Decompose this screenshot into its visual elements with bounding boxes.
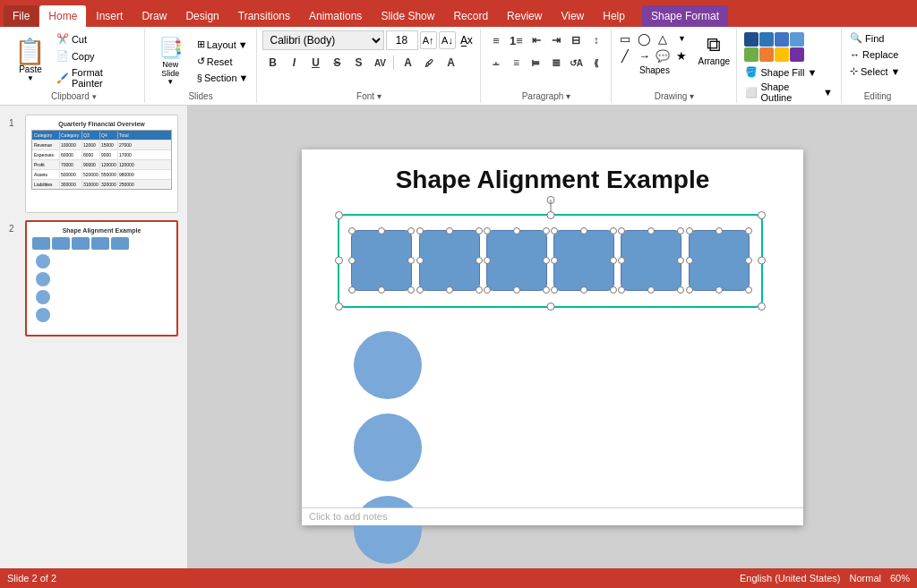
tab-slideshow[interactable]: Slide Show <box>372 5 443 27</box>
tab-draw[interactable]: Draw <box>133 5 176 27</box>
qs-item-5[interactable] <box>744 47 758 62</box>
shape-callout-btn[interactable]: 💬 <box>655 47 671 64</box>
find-button[interactable]: 🔍 Find <box>847 30 908 46</box>
handle-br[interactable] <box>758 303 766 311</box>
smartart-button[interactable]: ⟪ <box>587 53 605 72</box>
rect-1[interactable] <box>351 230 412 291</box>
cut-button[interactable]: ✂️ Cut <box>54 31 137 47</box>
shape-more-btn[interactable]: ▼ <box>673 30 690 47</box>
clear-formatting-button[interactable]: A̲x <box>458 31 475 49</box>
slide-2-thumb[interactable]: Shape Alignment Example <box>25 220 178 337</box>
tab-home[interactable]: Home <box>39 5 86 27</box>
shape-rect-btn[interactable]: ▭ <box>617 30 633 47</box>
tab-transitions[interactable]: Transitions <box>229 5 299 27</box>
handle-tr[interactable] <box>758 211 766 219</box>
slide-canvas[interactable]: Shape Alignment Example <box>302 149 803 525</box>
tab-record[interactable]: Record <box>444 5 497 27</box>
handle-mr[interactable] <box>758 257 766 265</box>
qs-item-2[interactable] <box>759 32 774 47</box>
shape-oval-btn[interactable]: ◯ <box>636 30 652 47</box>
tab-insert[interactable]: Insert <box>87 5 132 27</box>
numbering-button[interactable]: 1≡ <box>507 30 526 50</box>
rect-5[interactable] <box>621 230 681 291</box>
shape-fill-button[interactable]: 🪣 Shape Fill ▼ <box>742 65 836 79</box>
bullets-button[interactable]: ≡ <box>486 30 505 50</box>
qs-item-3[interactable] <box>775 32 789 47</box>
handle-tl[interactable] <box>335 211 343 219</box>
arrange-btn[interactable]: ⧉ Arrange <box>695 30 733 69</box>
quick-styles-grid <box>742 30 836 64</box>
circle-a[interactable] <box>354 331 422 399</box>
replace-button[interactable]: ↔ Replace <box>847 47 908 62</box>
shape-arrow-btn[interactable]: → <box>636 47 652 64</box>
text-direction-button[interactable]: ↺A <box>567 53 586 72</box>
tab-help[interactable]: Help <box>594 5 634 27</box>
ribbon: 📋 Paste ▼ ✂️ Cut 📄 Copy 🖌️ Format Painte… <box>0 27 917 106</box>
font-color-button[interactable]: A <box>398 53 417 72</box>
paste-button[interactable]: 📋 Paste ▼ <box>11 37 50 85</box>
highlight-button[interactable]: 🖊 <box>419 53 439 72</box>
increase-indent-button[interactable]: ⇥ <box>546 30 565 50</box>
qs-item-6[interactable] <box>759 47 774 62</box>
slide-1-number: 1 <box>9 118 14 128</box>
shape-line-btn[interactable]: ╱ <box>617 47 633 64</box>
shape-outline-button[interactable]: ⬜ Shape Outline ▼ <box>742 81 836 104</box>
section-button[interactable]: § Section ▼ <box>194 71 252 85</box>
layout-button[interactable]: ⊞ Layout ▼ <box>194 37 252 52</box>
qs-item-4[interactable] <box>790 32 804 47</box>
char-spacing-button[interactable]: AV <box>370 53 390 72</box>
tab-file[interactable]: File <box>4 5 39 27</box>
slide-1-thumb[interactable]: Quarterly Financial Overview Category Ca… <box>25 115 178 213</box>
tab-view[interactable]: View <box>552 5 593 27</box>
view-normal: Normal <box>850 573 881 584</box>
new-slide-button[interactable]: 📑 New Slide ▼ <box>150 34 191 89</box>
format-painter-button[interactable]: 🖌️ Format Painter <box>54 65 137 90</box>
tab-animations[interactable]: Animations <box>300 5 371 27</box>
underline-button[interactable]: U <box>305 53 325 72</box>
tab-review[interactable]: Review <box>498 5 551 27</box>
shadow-button[interactable]: S <box>348 53 368 72</box>
select-button[interactable]: ⊹ Select ▼ <box>847 64 908 79</box>
reset-button[interactable]: ↺ Reset <box>194 54 252 69</box>
decrease-font-button[interactable]: A↓ <box>439 31 456 49</box>
rect-6[interactable] <box>689 230 750 291</box>
qs-item-1[interactable] <box>744 32 758 47</box>
shape-triangle-btn[interactable]: △ <box>655 30 671 47</box>
align-right-button[interactable]: ⫢ <box>527 53 545 72</box>
align-left-button[interactable]: ⫠ <box>486 53 505 72</box>
circle-c[interactable] <box>354 496 422 564</box>
rect-2[interactable] <box>419 230 480 291</box>
rect-4[interactable] <box>553 230 614 291</box>
shape-selection-group[interactable] <box>338 214 763 308</box>
copy-button[interactable]: 📄 Copy <box>54 48 137 64</box>
qs-item-8[interactable] <box>790 47 804 62</box>
align-center-button[interactable]: ≡ <box>507 53 526 72</box>
editing-group: 🔍 Find ↔ Replace ⊹ Select ▼ Editing <box>842 29 913 103</box>
line-spacing-button[interactable]: ↕ <box>587 30 605 50</box>
align-justify-button[interactable]: ≣ <box>546 53 565 72</box>
rect-3[interactable] <box>486 230 547 291</box>
handle-bc[interactable] <box>546 303 554 311</box>
handle-ml[interactable] <box>335 257 343 265</box>
bold-button[interactable]: B <box>262 53 282 72</box>
handle-tc[interactable] <box>546 211 554 219</box>
font-color-btn2[interactable]: A <box>441 53 460 72</box>
paragraph-group: ≡ 1≡ ⇤ ⇥ ⊟ ↕ ⫠ ≡ ⫢ ≣ ↺A ⟪ Paragraph ▾ <box>481 29 612 103</box>
decrease-indent-button[interactable]: ⇤ <box>527 30 545 50</box>
handle-bl[interactable] <box>335 303 343 311</box>
notes-area[interactable]: Click to add notes <box>302 507 803 525</box>
increase-font-button[interactable]: A↑ <box>420 31 437 49</box>
shapes-btn-label[interactable]: Shapes <box>617 65 691 75</box>
slides-group-label: Slides <box>150 91 252 101</box>
columns-button[interactable]: ⊟ <box>567 30 586 50</box>
slide-1-table: Category Category Q3 Q4 Total Revenue 10… <box>31 130 172 190</box>
shape-star-btn[interactable]: ★ <box>673 47 690 64</box>
circle-b[interactable] <box>354 413 422 481</box>
italic-button[interactable]: I <box>284 53 304 72</box>
strikethrough-button[interactable]: S <box>327 53 347 72</box>
font-size-input[interactable] <box>386 30 418 50</box>
qs-item-7[interactable] <box>775 47 789 62</box>
font-select[interactable]: Calibri (Body) <box>262 30 383 50</box>
tab-design[interactable]: Design <box>176 5 227 27</box>
tab-shape-format[interactable]: Shape Format <box>642 5 728 27</box>
